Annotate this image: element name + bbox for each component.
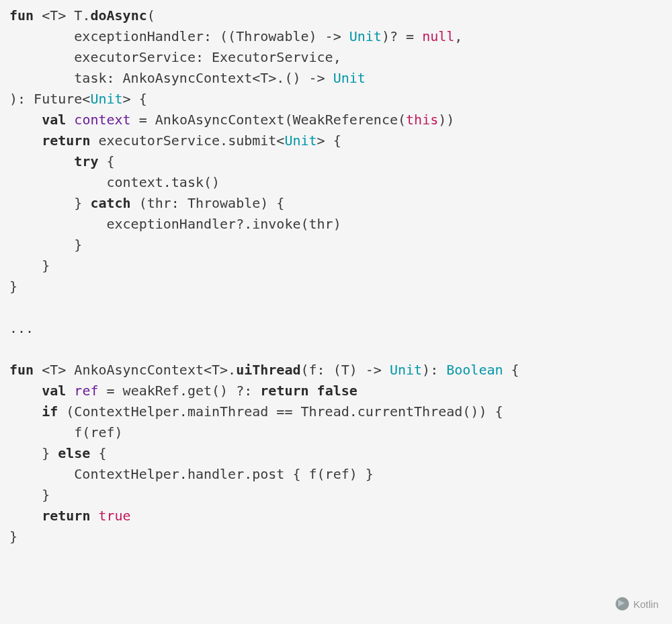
code-token: {: [503, 362, 519, 378]
code-token: (thr: Throwable) {: [139, 195, 285, 211]
code-token: [9, 112, 42, 128]
code-token: <T> AnkoAsyncContext<T>.: [42, 362, 236, 378]
code-token: ):: [422, 362, 446, 378]
code-token: ContextHelper.handler.post { f(ref) }: [9, 466, 374, 482]
code-token: try: [74, 153, 106, 169]
code-token: context: [74, 112, 130, 128]
code-token: Unit: [390, 362, 422, 378]
code-token: Boolean: [446, 362, 503, 378]
code-token: task: AnkoAsyncContext<T>.() ->: [9, 70, 333, 86]
code-token: }: [9, 237, 82, 253]
code-token: )): [438, 112, 454, 128]
code-token: [9, 403, 42, 420]
code-token: ...: [9, 320, 34, 336]
code-token: [9, 383, 42, 399]
code-token: }: [9, 195, 90, 211]
code-token: {: [98, 445, 106, 461]
code-token: ref: [74, 383, 98, 399]
code-token: else: [58, 445, 98, 461]
code-token: fun: [9, 362, 42, 378]
code-token: context.task(): [9, 174, 220, 190]
code-token: executorService.submit<: [98, 132, 284, 149]
code-token: = weakRef.get() ?:: [98, 383, 260, 399]
code-token: ,: [454, 28, 462, 44]
code-token: executorService: ExecutorService,: [9, 49, 341, 65]
code-token: true: [98, 508, 130, 524]
code-token: )? =: [382, 28, 422, 44]
code-token: return: [42, 132, 98, 149]
code-token: fun: [9, 7, 42, 24]
code-token: ): Future<: [9, 91, 90, 107]
wechat-icon: [616, 597, 629, 611]
code-token: [9, 508, 42, 524]
code-token: return false: [260, 383, 358, 399]
code-token: f(ref): [9, 424, 123, 440]
code-token: }: [9, 487, 50, 503]
code-token: {: [107, 153, 115, 169]
code-token: catch: [90, 195, 138, 211]
code-token: this: [406, 112, 438, 128]
code-token: null: [422, 28, 454, 44]
code-token: > {: [317, 132, 341, 149]
code-token: return: [42, 508, 98, 524]
code-token: if: [42, 403, 66, 420]
code-token: = AnkoAsyncContext(WeakReference(: [131, 112, 406, 128]
code-token: (f: (T) ->: [300, 362, 389, 378]
code-token: uiThread: [236, 362, 300, 378]
watermark: Kotlin: [616, 596, 659, 612]
code-token: }: [9, 445, 58, 461]
code-token: > {: [123, 91, 147, 107]
code-token: (ContextHelper.mainThread == Thread.curr…: [66, 403, 503, 420]
code-snippet: fun <T> T.doAsync( exceptionHandler: ((T…: [9, 5, 663, 547]
code-token: exceptionHandler: ((Throwable) ->: [9, 28, 349, 44]
code-token: Unit: [90, 91, 122, 107]
code-token: }: [9, 529, 17, 545]
code-token: (: [147, 7, 155, 24]
code-token: Unit: [333, 70, 366, 86]
code-token: exceptionHandler?.invoke(thr): [9, 216, 341, 232]
code-token: [9, 132, 42, 149]
code-token: doAsync: [90, 7, 146, 24]
code-token: val: [42, 112, 74, 128]
code-token: val: [42, 383, 74, 399]
code-token: }: [9, 258, 50, 274]
code-token: Unit: [349, 28, 382, 44]
watermark-label: Kotlin: [633, 596, 659, 612]
code-token: [9, 153, 74, 169]
code-token: Unit: [284, 132, 317, 149]
code-token: <T> T.: [42, 7, 90, 24]
code-token: }: [9, 278, 17, 295]
